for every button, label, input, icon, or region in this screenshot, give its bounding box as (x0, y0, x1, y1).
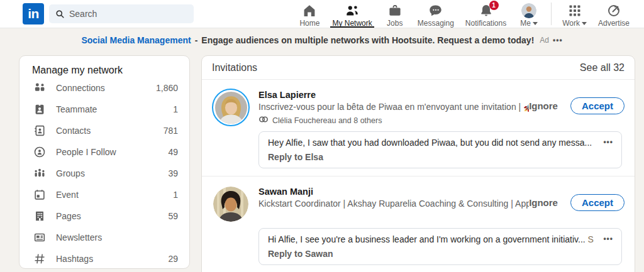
me-avatar (521, 3, 536, 18)
my-network-icon (345, 3, 360, 18)
sidebar-item-count: 29 (168, 254, 178, 264)
nav-item-label: Work (562, 19, 587, 28)
nav-item-my-network[interactable]: My Network (326, 0, 377, 28)
avatar-elsa[interactable] (212, 89, 250, 126)
avatar-sawan[interactable] (212, 185, 250, 223)
nav-item-me[interactable]: Me (512, 0, 546, 28)
sidebar-item-count: 1 (173, 104, 178, 114)
see-all-link[interactable]: See all 32 (580, 62, 625, 73)
ad-banner-link[interactable]: Social Media Management (81, 35, 191, 45)
sidebar-item-label: Groups (56, 168, 85, 178)
nav-divider (551, 3, 552, 25)
sidebar-item-label: Pages (56, 211, 81, 221)
sidebar-item-teammate[interactable]: Teammate 1 (32, 99, 178, 120)
ignore-button[interactable]: Ignore (529, 197, 558, 208)
sidebar-item-count: 1 (173, 190, 178, 200)
ad-banner-text: Engage audiences on multiple networks wi… (201, 35, 534, 45)
connections-icon (32, 80, 47, 95)
person-in-circle-icon (32, 144, 47, 160)
nav-item-jobs[interactable]: Jobs (378, 0, 412, 28)
nav-item-home[interactable]: Home (292, 0, 326, 28)
avatar-photo (213, 187, 248, 222)
notification-badge: 1 (489, 1, 499, 10)
invitation-actions: Ignore Accept (529, 97, 625, 114)
building-icon (32, 209, 47, 224)
sidebar-item-label: Contacts (56, 126, 91, 136)
sidebar-item-label: Teammate (56, 104, 97, 114)
invitee-headline: Kickstart Coordinator | Akshay Ruparelia… (258, 199, 529, 209)
home-icon (302, 3, 317, 18)
message-options-icon[interactable]: ••• (603, 138, 613, 146)
invitations-header: Invitations See all 32 (202, 56, 635, 80)
linkedin-logo[interactable]: in (23, 3, 44, 24)
bell-icon: 1 (479, 3, 494, 18)
sidebar-item-label: Event (56, 190, 79, 200)
nav-item-label: Home (299, 19, 319, 28)
sidebar-item-count: 39 (168, 168, 178, 178)
manage-network-title: Manage my network (32, 63, 178, 77)
sidebar-item-hashtags[interactable]: Hashtags 29 (32, 248, 178, 269)
invitee-name[interactable]: Sawan Manji (258, 187, 529, 197)
message-preview: Hey Alfie, I saw that you had downloaded… (268, 138, 594, 148)
nav-item-notifications[interactable]: 1 Notifications (460, 0, 512, 28)
chevron-down-icon (582, 22, 587, 25)
invitations-title: Invitations (212, 62, 257, 73)
sidebar-item-label: Hashtags (56, 254, 93, 264)
sidebar-item-count: 1,860 (156, 83, 178, 93)
invitee-info: Elsa Lapierre Inscrivez-vous pour la bêt… (258, 89, 529, 126)
mutual-connections-icon (258, 114, 269, 126)
ignore-button[interactable]: Ignore (529, 101, 558, 111)
nav-item-label: Advertise (598, 19, 630, 28)
message-options-icon[interactable]: ••• (603, 234, 613, 243)
reply-link[interactable]: Reply to Elsa (268, 152, 594, 162)
invitation-message: Hey Alfie, I saw that you had downloaded… (258, 131, 622, 168)
sidebar-item-contacts[interactable]: Contacts 781 (32, 120, 178, 141)
mutual-connections[interactable]: Clélia Fouchereau and 8 others (258, 114, 529, 126)
badge-person-icon (32, 102, 47, 117)
nav-item-label: Messaging (418, 19, 454, 28)
sidebar-item-label: Newsletters (56, 232, 102, 242)
ad-banner-dash: - (195, 35, 198, 45)
ad-options-icon[interactable]: ••• (553, 36, 563, 45)
sidebar-item-connections[interactable]: Connections 1,860 (32, 77, 178, 99)
invitation-row-elsa: Elsa Lapierre Inscrivez-vous pour la bêt… (202, 80, 635, 177)
nav-item-label: Jobs (387, 19, 402, 28)
sidebar-item-people-i-follow[interactable]: People I Follow 49 (32, 141, 178, 163)
nav-item-label: Me (520, 19, 538, 28)
advertise-icon (606, 3, 621, 18)
invitations-card: Invitations See all 32 Elsa Lapierre Ins… (201, 55, 635, 272)
invitation-message: Hi Alfie, I see you're a business leader… (258, 228, 622, 265)
grid-icon (567, 3, 582, 18)
reply-link[interactable]: Reply to Sawan (268, 249, 594, 259)
search-icon (55, 9, 65, 19)
nav-item-work[interactable]: Work (557, 0, 592, 28)
sidebar-item-newsletters[interactable]: Newsletters (32, 227, 178, 248)
invitation-row-sawan: Sawan Manji Kickstart Coordinator | Aksh… (202, 177, 635, 272)
invitee-info: Sawan Manji Kickstart Coordinator | Aksh… (258, 185, 529, 223)
mutual-connections-label: Clélia Fouchereau and 8 others (272, 116, 382, 125)
search-input[interactable] (69, 9, 187, 19)
accept-button[interactable]: Accept (570, 97, 625, 114)
message-preview: Hi Alfie, I see you're a business leader… (268, 234, 594, 244)
search-box[interactable] (49, 4, 194, 23)
sidebar-item-count: 59 (168, 211, 178, 221)
invitation-actions: Ignore Accept (529, 194, 625, 211)
sidebar-item-pages[interactable]: Pages 59 (32, 205, 178, 227)
invitee-name[interactable]: Elsa Lapierre (258, 90, 529, 100)
address-book-icon (32, 123, 47, 138)
accept-button[interactable]: Accept (570, 194, 625, 211)
briefcase-icon (387, 3, 402, 18)
sidebar-item-groups[interactable]: Groups 39 (32, 163, 178, 184)
see-more-link[interactable]: See more (588, 234, 594, 244)
sidebar-item-count: 49 (168, 147, 178, 157)
groups-icon (32, 166, 47, 181)
nav-item-messaging[interactable]: Messaging (412, 0, 460, 28)
nav-item-advertise[interactable]: Advertise (592, 0, 635, 28)
sidebar-item-event[interactable]: Event 1 (32, 184, 178, 205)
hashtag-icon (32, 251, 47, 266)
nav-item-label: My Network (332, 19, 372, 28)
calendar-icon (32, 187, 47, 202)
chat-bubble-icon (428, 3, 443, 18)
sidebar-item-count: 781 (164, 126, 178, 136)
ad-label: Ad (540, 36, 549, 45)
